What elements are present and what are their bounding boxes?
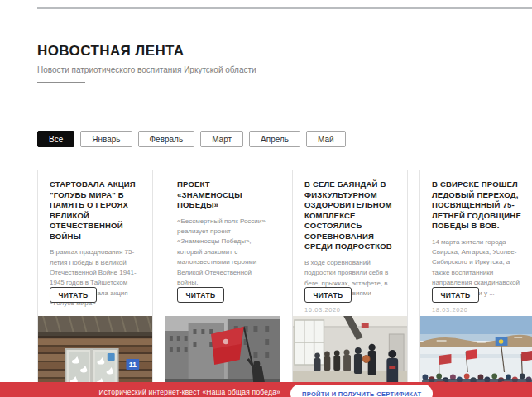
filter-all[interactable]: Все: [37, 131, 74, 147]
news-card-date: 16.03.2020: [304, 306, 395, 313]
news-card-title: В СВИРСКЕ ПРОШЕЛ ЛЕДОВЫЙ ПЕРЕХОД, ПОСВЯЩ…: [432, 179, 523, 232]
quest-banner: Исторический интернет-квест «Наша общая …: [0, 382, 532, 397]
news-card-title: В СЕЛЕ БАЯНДАЙ В ФИЗКУЛЬТУРНОМ ОЗДОРОВИТ…: [304, 179, 395, 252]
page-header: НОВОСТНАЯ ЛЕНТА Новости патриотического …: [37, 43, 256, 83]
page-subtitle: Новости патриотического воспитания Иркут…: [37, 65, 256, 74]
filter-may[interactable]: Май: [306, 131, 346, 147]
read-button[interactable]: ЧИТАТЬ: [50, 287, 97, 303]
filter-march[interactable]: Март: [200, 131, 243, 147]
certificate-button[interactable]: ПРОЙТИ И ПОЛУЧИТЬ СЕРТИФИКАТ: [290, 385, 433, 397]
page-title: НОВОСТНАЯ ЛЕНТА: [37, 43, 256, 60]
news-card-excerpt: «Бессмертный полк России» реализует прое…: [177, 217, 268, 289]
read-button[interactable]: ЧИТАТЬ: [304, 287, 352, 303]
filter-april[interactable]: Апрель: [249, 131, 300, 147]
news-card-dove-action: СТАРТОВАЛА АКЦИЯ "ГОЛУБЬ МИРА" В ПАМЯТЬ …: [37, 170, 153, 397]
house-number-label: 11: [129, 361, 137, 369]
top-divider: [37, 7, 532, 9]
news-card-title: ПРОЕКТ «ЗНАМЕНОСЦЫ ПОБЕДЫ»: [177, 179, 268, 211]
news-card-text: ПРОЕКТ «ЗНАМЕНОСЦЫ ПОБЕДЫ» «Бессмертный …: [165, 170, 280, 303]
news-card-ice-crossing: В СВИРСКЕ ПРОШЕЛ ЛЕДОВЫЙ ПЕРЕХОД, ПОСВЯЩ…: [419, 170, 532, 397]
news-feed-page: НОВОСТНАЯ ЛЕНТА Новости патриотического …: [0, 0, 532, 397]
read-button[interactable]: ЧИТАТЬ: [432, 287, 479, 303]
news-card-victory-banners: ПРОЕКТ «ЗНАМЕНОСЦЫ ПОБЕДЫ» «Бессмертный …: [165, 170, 280, 397]
news-card-bayanday-competition: В СЕЛЕ БАЯНДАЙ В ФИЗКУЛЬТУРНОМ ОЗДОРОВИТ…: [292, 170, 408, 397]
quest-banner-text: Исторический интернет-квест «Наша общая …: [99, 388, 281, 396]
news-card-list: СТАРТОВАЛА АКЦИЯ "ГОЛУБЬ МИРА" В ПАМЯТЬ …: [37, 170, 532, 397]
news-card-title: СТАРТОВАЛА АКЦИЯ "ГОЛУБЬ МИРА" В ПАМЯТЬ …: [50, 179, 141, 242]
filter-january[interactable]: Январь: [80, 131, 132, 147]
news-card-date: 18.03.2020: [432, 306, 523, 313]
filter-february[interactable]: Февраль: [138, 131, 195, 147]
read-button[interactable]: ЧИТАТЬ: [177, 287, 224, 303]
month-filter-bar: Все Январь Февраль Март Апрель Май: [37, 131, 346, 147]
title-underline: [37, 82, 85, 83]
